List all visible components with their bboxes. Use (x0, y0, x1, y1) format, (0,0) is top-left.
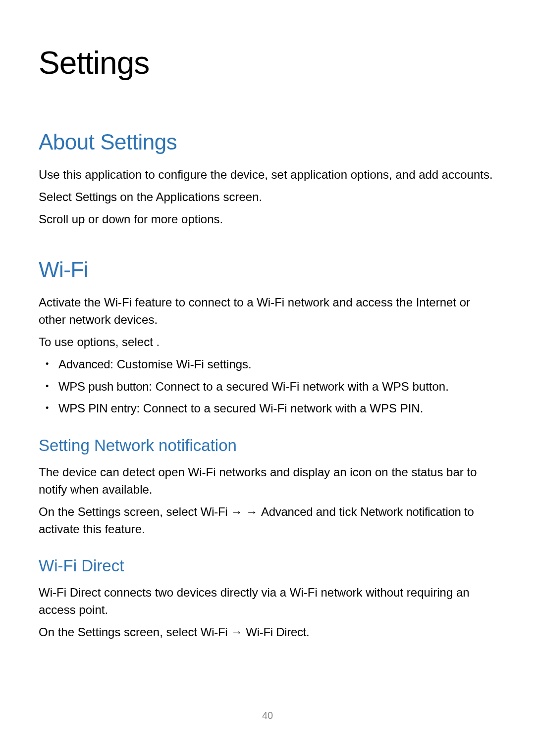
option-sep: : (136, 402, 143, 415)
wd-p2-post: . (306, 625, 310, 639)
heading-wifi-direct: Wi-Fi Direct (39, 556, 496, 575)
about-p2-pre: Select (39, 190, 75, 203)
nn-p2-arrow1: → (231, 505, 246, 518)
list-item: WPS push button: Connect to a secured Wi… (58, 378, 496, 396)
nn-p2: On the Settings screen, select Wi-Fi → →… (39, 504, 496, 538)
about-p2-bold: Settings (75, 190, 116, 203)
option-label: WPS PIN entry (58, 402, 136, 415)
nn-p2-arrow2: → (246, 505, 261, 518)
nn-p2-mid: and tick (316, 505, 360, 518)
option-sep: : (149, 380, 155, 393)
page-content: Settings About Settings Use this applica… (0, 0, 535, 676)
wifi-options-pre: To use options, select (39, 335, 156, 349)
wd-p2: On the Settings screen, select Wi-Fi → W… (39, 624, 496, 641)
nn-p2-adv: Advanced (261, 505, 316, 518)
heading-network-notification: Setting Network notification (39, 436, 496, 455)
nn-p2-nn: Network notification (360, 505, 464, 518)
heading-wifi: Wi-Fi (39, 257, 496, 282)
wifi-options-list: Advanced: Customise Wi-Fi settings. WPS … (39, 356, 496, 417)
section-about-settings: About Settings Use this application to c… (39, 130, 496, 228)
wd-p2-wd: Wi-Fi Direct (246, 625, 306, 639)
list-item: Advanced: Customise Wi-Fi settings. (58, 356, 496, 373)
nn-p1: The device can detect open Wi-Fi network… (39, 464, 496, 499)
section-wifi: Wi-Fi Activate the Wi-Fi feature to conn… (39, 257, 496, 641)
wifi-intro: Activate the Wi-Fi feature to connect to… (39, 294, 496, 329)
nn-p2-wifi: Wi-Fi (201, 505, 231, 518)
wd-p2-pre: On the Settings screen, select (39, 625, 201, 639)
wifi-options-post: . (156, 335, 160, 349)
option-desc: Connect to a secured Wi-Fi network with … (156, 380, 449, 393)
option-desc: Connect to a secured Wi-Fi network with … (143, 402, 424, 415)
page-number: 40 (262, 710, 273, 721)
wifi-options-line: To use options, select . (39, 334, 496, 351)
heading-about-settings: About Settings (39, 130, 496, 154)
about-p2: Select Settings on the Applications scre… (39, 189, 496, 206)
list-item: WPS PIN entry: Connect to a secured Wi-F… (58, 400, 496, 417)
nn-p2-pre: On the Settings screen, select (39, 505, 201, 518)
option-sep: : (110, 357, 116, 371)
option-label: Advanced (58, 357, 110, 371)
wd-p2-wifi: Wi-Fi (201, 625, 231, 639)
wd-p2-arrow: → (231, 625, 246, 639)
about-p2-post: on the Applications screen. (117, 190, 263, 203)
option-desc: Customise Wi-Fi settings. (117, 357, 252, 371)
about-p1: Use this application to configure the de… (39, 166, 496, 184)
option-label: WPS push button (58, 380, 149, 393)
about-p3: Scroll up or down for more options. (39, 211, 496, 228)
wd-p1: Wi-Fi Direct connects two devices direct… (39, 584, 496, 619)
page-title: Settings (39, 45, 496, 81)
